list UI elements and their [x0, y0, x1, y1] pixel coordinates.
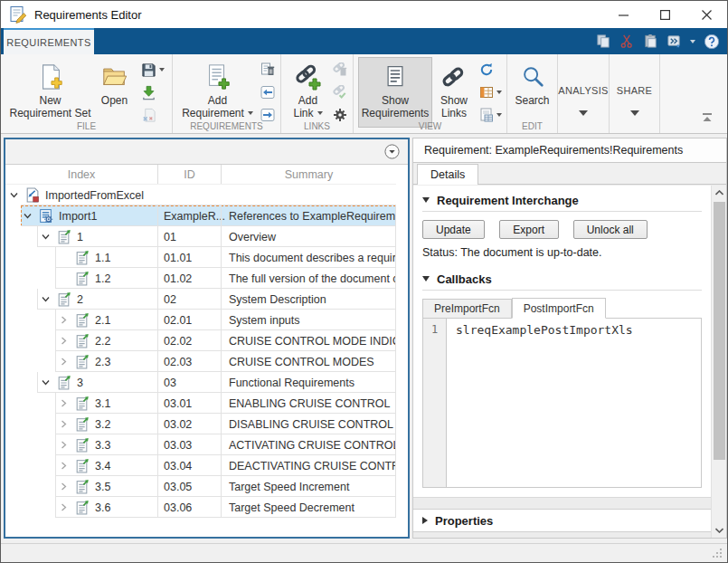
tab-requirements[interactable]: REQUIREMENTS [4, 28, 94, 54]
row-index: 2 [77, 293, 83, 306]
section-properties[interactable]: Properties [413, 509, 711, 532]
expand-chevron[interactable] [41, 376, 54, 389]
expand-chevron[interactable] [59, 334, 72, 348]
section-edit: Search EDIT [507, 54, 558, 133]
table-row[interactable]: 3.4 03.04 DEACTIVATING CRUISE CONTROL [5, 455, 396, 476]
row-index: 2.1 [95, 314, 110, 327]
chevron-down-icon[interactable] [496, 113, 502, 117]
expand-chevron[interactable] [59, 459, 72, 472]
show-requirements-button[interactable]: ShowRequirements [358, 57, 432, 128]
delete-requirement-button[interactable] [260, 61, 275, 79]
details-scrollbar[interactable] [711, 186, 726, 538]
section-view: ShowRequirements ShowLinks [354, 54, 507, 133]
row-summary: DISABLING CRUISE CONTROL [221, 414, 396, 434]
requirements-table: Index ID Summary ImportedFromExcel [5, 165, 396, 518]
refresh-button[interactable] [479, 61, 502, 79]
callback-code[interactable]: slreqExamplePostImportXls [447, 319, 701, 487]
table-row[interactable]: 2.2 02.02 CRUISE CONTROL MODE INDICATOR [5, 330, 396, 351]
column-header-id[interactable]: ID [157, 165, 221, 184]
search-button[interactable]: Search [509, 57, 556, 128]
expand-chevron[interactable] [59, 272, 72, 285]
row-summary: System Description [221, 289, 396, 310]
row-icon [74, 437, 90, 453]
expand-chevron[interactable] [41, 230, 54, 243]
callback-code-editor[interactable]: 1 slreqExamplePostImportXls [422, 318, 702, 488]
row-id: 01 [157, 226, 221, 247]
tab-postimportfcn[interactable]: PostImportFcn [512, 298, 606, 319]
expand-chevron[interactable] [59, 480, 72, 493]
chevron-down-icon[interactable] [496, 91, 502, 94]
add-requirement-button[interactable]: Add Requirement [179, 57, 257, 128]
table-row[interactable]: Import1 ExampleR... References to Exampl… [5, 205, 396, 226]
table-row[interactable]: 3.2 03.02 DISABLING CRUISE CONTROL [5, 414, 396, 434]
analysis-dropdown[interactable]: ANALYSIS [558, 54, 610, 133]
tab-preimportfcn[interactable]: PreImportFcn [422, 299, 512, 319]
expand-chevron[interactable] [9, 188, 23, 202]
section-callbacks[interactable]: Callbacks [422, 268, 702, 291]
open-button[interactable]: Open [92, 57, 137, 128]
section-requirement-interchange[interactable]: Requirement Interchange [422, 189, 702, 212]
column-header-summary[interactable]: Summary [221, 165, 396, 184]
paste-icon[interactable] [643, 33, 658, 49]
close-button[interactable] [685, 1, 727, 28]
expand-chevron[interactable] [23, 209, 36, 223]
table-row[interactable]: 2.3 02.03 CRUISE CONTROL MODES [5, 351, 396, 372]
promote-requirement-button[interactable] [260, 83, 275, 101]
tab-details[interactable]: Details [417, 164, 478, 185]
copy-icon[interactable] [596, 33, 611, 49]
scroll-up-icon[interactable] [712, 186, 726, 200]
collapse-toolstrip-button[interactable] [700, 111, 714, 128]
row-index: 3.6 [95, 501, 110, 514]
status-bar [1, 543, 727, 562]
share-dropdown[interactable]: SHARE [610, 54, 660, 133]
help-icon[interactable] [704, 33, 720, 50]
chevron-down-icon [579, 110, 588, 116]
row-summary: References to ExampleRequirements... [221, 205, 396, 226]
add-link-button[interactable]: Add Link [288, 57, 329, 128]
table-row[interactable]: 3.5 03.05 Target Speed Increment [5, 476, 396, 497]
table-row[interactable]: ImportedFromExcel [5, 185, 396, 205]
maximize-button[interactable] [644, 1, 685, 28]
row-index: 2.2 [95, 335, 110, 348]
tree-options-dropdown-icon[interactable] [384, 144, 400, 163]
update-button[interactable]: Update [422, 220, 485, 239]
expand-chevron[interactable] [41, 292, 54, 306]
scroll-down-icon[interactable] [712, 523, 726, 538]
table-row[interactable]: 1.1 01.01 This document describes a requ… [5, 247, 396, 268]
table-row[interactable]: 1.2 01.02 The full version of the docume… [5, 268, 396, 289]
save-button[interactable] [141, 61, 165, 79]
table-row[interactable]: 3.3 03.03 ACTIVATING CRUISE CONTROL [5, 434, 396, 455]
expand-chevron[interactable] [59, 355, 72, 368]
show-links-button[interactable]: ShowLinks [432, 57, 476, 128]
details-content: Requirement Interchange Update Export Un… [413, 186, 726, 538]
import-button[interactable] [141, 83, 165, 101]
columns-button[interactable] [479, 83, 502, 101]
expand-chevron[interactable] [59, 501, 72, 514]
table-row[interactable]: 3.6 03.06 Target Speed Decrement [5, 497, 396, 518]
cut-icon[interactable] [619, 33, 635, 49]
unlock-all-button[interactable]: Unlock all [573, 220, 648, 239]
expand-chevron[interactable] [59, 251, 72, 264]
open-folder-icon [101, 61, 128, 93]
table-row[interactable]: 3 03 Functional Requirements [5, 372, 396, 393]
minimize-button[interactable] [602, 1, 644, 28]
new-requirement-set-button[interactable]: NewRequirement Set [9, 57, 92, 128]
scrollbar-thumb[interactable] [714, 202, 725, 460]
resize-grip[interactable] [720, 556, 722, 558]
column-header-index[interactable]: Index [5, 168, 157, 181]
expand-chevron[interactable] [59, 417, 72, 431]
row-index: 3.4 [95, 460, 110, 472]
table-row[interactable]: 1 01 Overview [5, 226, 396, 247]
table-row[interactable]: 2.1 02.01 System inputs [5, 310, 396, 330]
table-row[interactable]: 2 02 System Description [5, 289, 396, 310]
chevron-down-icon[interactable] [159, 68, 165, 72]
chevron-down-icon[interactable] [690, 40, 695, 43]
export-actions-icon[interactable] [667, 33, 682, 49]
section-label-requirements: REQUIREMENTS [173, 121, 280, 131]
table-row[interactable]: 3.1 03.01 ENABLING CRUISE CONTROL [5, 393, 396, 414]
expand-chevron[interactable] [59, 396, 72, 410]
expand-chevron[interactable] [59, 438, 72, 452]
export-button[interactable]: Export [499, 220, 559, 239]
expand-chevron[interactable] [59, 313, 72, 327]
interchange-status: Status: The document is up-to-date. [422, 246, 702, 259]
